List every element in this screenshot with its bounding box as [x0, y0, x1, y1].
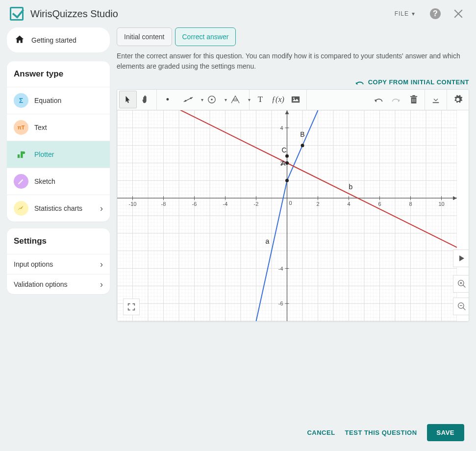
close-icon[interactable]: [453, 8, 464, 19]
svg-text:A: A: [281, 159, 286, 167]
home-icon: [15, 34, 25, 46]
svg-text:-6: -6: [192, 201, 197, 207]
getting-started-button[interactable]: Getting started: [7, 27, 110, 52]
sidebar-item-sketch[interactable]: Sketch: [7, 168, 110, 195]
svg-text:10: 10: [438, 201, 444, 207]
svg-text:-4: -4: [223, 201, 228, 207]
point-tool[interactable]: •: [159, 91, 176, 108]
answer-type-card: Answer type Σ Equation πT Text Plotter S…: [7, 61, 110, 222]
settings-validation-options[interactable]: Validation options ›: [7, 274, 110, 294]
function-tool[interactable]: ƒ(x): [269, 91, 287, 108]
svg-text:6: 6: [378, 201, 381, 207]
circle-tool[interactable]: ▾: [200, 91, 224, 108]
svg-point-5: [190, 97, 192, 99]
svg-point-262: [285, 154, 289, 157]
settings-input-options[interactable]: Input options ›: [7, 254, 110, 274]
pointer-tool[interactable]: [119, 91, 137, 108]
svg-rect-9: [292, 97, 300, 103]
svg-text:-8: -8: [161, 201, 166, 207]
app-title: WirisQuizzes Studio: [30, 8, 395, 20]
app-header: WirisQuizzes Studio FILE ▾ ?: [0, 0, 476, 27]
save-button[interactable]: SAVE: [427, 424, 464, 441]
pencil-icon: [14, 174, 28, 189]
svg-point-7: [211, 99, 213, 100]
undo-button[interactable]: [370, 91, 387, 108]
text-icon: πT: [14, 120, 28, 135]
content-tabs: Initial content Correct answer: [117, 27, 469, 46]
sigma-icon: Σ: [14, 93, 28, 108]
svg-point-260: [301, 144, 304, 147]
play-button[interactable]: [453, 250, 469, 267]
tab-correct-answer[interactable]: Correct answer: [175, 27, 236, 46]
chart-icon: [14, 201, 28, 216]
delete-button[interactable]: [405, 91, 423, 108]
redo-button[interactable]: [387, 91, 405, 108]
svg-point-2: [23, 151, 25, 154]
sidebar-item-text[interactable]: πT Text: [7, 114, 110, 141]
file-menu-label: FILE: [395, 10, 409, 17]
chevron-right-icon: ›: [100, 259, 103, 270]
help-icon[interactable]: ?: [430, 8, 441, 19]
plotter-toolbar: • ▾ ▾ ▾ T ƒ(x): [117, 90, 469, 110]
instructions-text: Enter the correct answer for this questi…: [117, 51, 469, 72]
svg-point-10: [293, 98, 295, 99]
svg-rect-0: [18, 154, 20, 158]
svg-text:8: 8: [409, 201, 412, 207]
sidebar: Getting started Answer type Σ Equation π…: [7, 27, 110, 322]
hand-tool[interactable]: [137, 91, 154, 108]
svg-text:-4: -4: [278, 265, 283, 271]
line-tool[interactable]: ▾: [176, 91, 200, 108]
sidebar-item-equation[interactable]: Σ Equation: [7, 87, 110, 114]
svg-line-270: [463, 307, 465, 310]
plot-area[interactable]: -10-8-6-4-20246810-6-424abABC: [117, 110, 457, 321]
image-tool[interactable]: [287, 91, 304, 108]
chevron-down-icon: ▾: [412, 10, 415, 17]
getting-started-label: Getting started: [31, 36, 76, 44]
text-tool[interactable]: T: [251, 91, 269, 108]
svg-text:C: C: [281, 146, 286, 154]
settings-header: Settings: [7, 228, 110, 254]
svg-text:2: 2: [316, 201, 319, 207]
svg-rect-12: [410, 96, 417, 97]
tab-initial-content[interactable]: Initial content: [117, 27, 172, 46]
conic-tool[interactable]: ▾: [224, 91, 247, 108]
sidebar-item-statistics[interactable]: Statistics charts ›: [7, 195, 110, 222]
svg-text:-6: -6: [278, 301, 283, 306]
download-button[interactable]: [427, 91, 445, 108]
svg-text:4: 4: [347, 201, 350, 207]
chevron-down-icon: ▾: [248, 97, 251, 102]
svg-text:4: 4: [280, 125, 283, 130]
svg-point-8: [233, 99, 238, 101]
chevron-right-icon: ›: [100, 279, 103, 290]
zoom-in-button[interactable]: [453, 275, 469, 293]
plotter-editor: • ▾ ▾ ▾ T ƒ(x): [117, 89, 469, 322]
svg-point-258: [285, 161, 289, 165]
svg-line-266: [463, 285, 465, 287]
footer-bar: CANCEL TEST THIS QUESTION SAVE: [0, 414, 476, 451]
copy-from-initial-button[interactable]: COPY FROM INITIAL CONTENT: [117, 78, 469, 86]
svg-point-264: [285, 178, 289, 182]
settings-card: Settings Input options › Validation opti…: [7, 228, 110, 294]
test-question-button[interactable]: TEST THIS QUESTION: [345, 429, 417, 436]
file-menu[interactable]: FILE ▾: [395, 10, 415, 17]
cancel-button[interactable]: CANCEL: [307, 429, 335, 436]
app-logo: [10, 7, 24, 21]
svg-rect-13: [412, 95, 415, 96]
plotter-canvas[interactable]: -10-8-6-4-20246810-6-424abABC: [117, 110, 469, 321]
chevron-right-icon: ›: [100, 203, 103, 214]
svg-text:a: a: [265, 237, 269, 245]
svg-text:0: 0: [289, 200, 292, 206]
sidebar-item-plotter[interactable]: Plotter: [7, 141, 110, 168]
svg-text:-10: -10: [129, 201, 137, 207]
zoom-out-button[interactable]: [453, 298, 469, 315]
settings-gear-button[interactable]: [449, 91, 467, 108]
plotter-icon: [14, 147, 28, 162]
svg-text:B: B: [300, 130, 304, 138]
fullscreen-button[interactable]: [123, 299, 140, 315]
svg-text:-2: -2: [254, 201, 259, 207]
svg-rect-17: [433, 102, 439, 103]
svg-point-4: [185, 100, 187, 102]
svg-text:b: b: [349, 183, 353, 191]
content-pane: Initial content Correct answer Enter the…: [117, 27, 469, 322]
answer-type-header: Answer type: [7, 61, 110, 87]
